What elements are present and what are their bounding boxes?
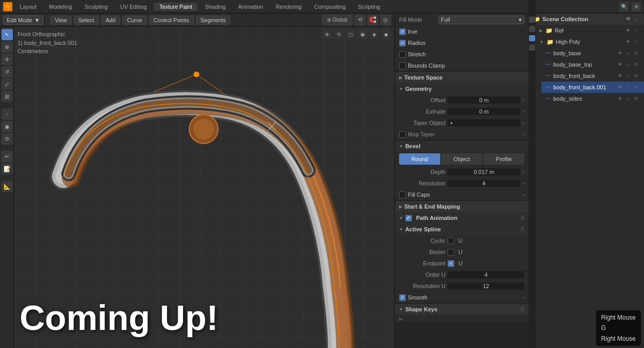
bezier-checkbox[interactable]	[448, 249, 454, 256]
bevel-header[interactable]: ▼ Bevel	[395, 140, 529, 152]
start-end-header[interactable]: ▶ Start & End Mapping	[395, 201, 529, 212]
camera-icon[interactable]: ○	[624, 72, 632, 80]
render-icon[interactable]: ↻	[633, 50, 640, 57]
bounds-clamp-checkbox[interactable]	[399, 62, 406, 69]
order-u-value[interactable]: 4	[448, 271, 524, 278]
resolution-value[interactable]: 4	[448, 180, 520, 187]
render-icon[interactable]: ↻	[633, 84, 640, 91]
mode-select[interactable]: Edit Mode ▼	[3, 15, 43, 25]
global-select[interactable]: ⊕ Global	[322, 14, 353, 26]
cursor-tool[interactable]: ⊕	[2, 41, 13, 53]
tab-compositing[interactable]: Compositing	[309, 3, 351, 11]
draw-tool[interactable]: ✏	[2, 151, 13, 162]
camera-icon[interactable]: ○	[633, 27, 640, 34]
select-tool[interactable]: ↖	[2, 29, 13, 40]
viewport-gizmo-icon[interactable]: ⟲	[334, 29, 344, 39]
scene-collection-root[interactable]: 📁 Scene Collection 👁 ○	[529, 13, 644, 25]
camera-icon[interactable]: ○	[624, 84, 632, 91]
modifier-props-icon[interactable]	[529, 44, 535, 51]
eye-icon[interactable]: 👁	[616, 84, 623, 91]
fill-deformed-checkbox[interactable]	[399, 28, 406, 35]
eye-icon[interactable]: 👁	[616, 72, 623, 80]
map-taper-checkbox[interactable]	[399, 131, 406, 138]
move-tool[interactable]: ✛	[2, 54, 13, 65]
scene-item-body-front-back[interactable]: 〰 body_front_back 👁 ○ ↻	[541, 70, 644, 82]
proportional-icon[interactable]: ◎	[380, 14, 391, 26]
camera-icon[interactable]: ○	[624, 61, 632, 68]
eye-icon[interactable]: 👁	[624, 38, 632, 45]
control-points-menu[interactable]: Control Points	[149, 15, 194, 25]
restrict-icon[interactable]: ○	[633, 15, 640, 23]
transform-icon[interactable]: ⟲	[354, 14, 366, 26]
segments-menu[interactable]: Segments	[196, 15, 231, 25]
tab-texture-paint[interactable]: Texture Paint	[154, 3, 197, 11]
scene-item-high-poly[interactable]: ▼ 📁 High Poly 👁 ○	[535, 36, 644, 48]
viewport-shading-render[interactable]: ◆	[381, 29, 391, 39]
scene-item-body-sides[interactable]: 〰 body_sides 👁 ○ ↻	[541, 93, 644, 104]
tab-scripting[interactable]: Scripting	[353, 3, 385, 11]
scene-item-body-base-top[interactable]: 〰 body_base_top 👁 ○ ↻	[541, 59, 644, 70]
viewport-shading-solid[interactable]: ◉	[357, 29, 368, 39]
tab-animation[interactable]: Animation	[233, 3, 269, 11]
bevel-round-btn[interactable]: Round	[399, 153, 440, 165]
curve-menu[interactable]: Curve	[122, 15, 146, 25]
scene-item-body-base[interactable]: 〰 body_base 👁 ○ ↻	[541, 48, 644, 59]
settings-icon[interactable]: ⚙	[632, 2, 641, 11]
tab-layout[interactable]: Layout	[14, 3, 42, 11]
scene-item-ref[interactable]: ▶ 📁 Ref 👁 ○	[535, 25, 644, 36]
render-icon[interactable]: ↻	[633, 61, 640, 68]
eye-icon[interactable]: 👁	[616, 95, 623, 102]
bevel-object-btn[interactable]: Object	[441, 153, 483, 165]
annotate-tool[interactable]: 📝	[2, 163, 13, 175]
path-anim-header[interactable]: ▼ Path Animation ⠿	[395, 212, 529, 224]
extrude-value[interactable]: 0 m	[448, 108, 520, 115]
scale-tool[interactable]: ⤢	[2, 78, 13, 90]
shape-keys-header[interactable]: ▼ Shape Keys ⠿	[395, 304, 529, 315]
fill-caps-checkbox[interactable]	[399, 192, 406, 198]
eye-icon[interactable]: 👁	[624, 27, 632, 34]
render-props-icon[interactable]	[529, 17, 535, 23]
active-spline-header[interactable]: ▼ Active Spline ⠿	[395, 224, 529, 235]
view-menu[interactable]: View	[50, 15, 72, 25]
viewport-shading-material[interactable]: ◈	[369, 29, 379, 39]
rotate-tool[interactable]: ↺	[2, 66, 13, 77]
snap-icon[interactable]: 🧲	[367, 14, 378, 26]
smooth-checkbox[interactable]	[399, 294, 406, 301]
measure-tool[interactable]: 📐	[2, 181, 13, 192]
scene-item-body-front-back-001[interactable]: 〰 body_front_back.001 👁 ○ ↻	[541, 82, 644, 93]
search-icon[interactable]: 🔍	[619, 2, 629, 11]
radius-tool[interactable]: ◉	[2, 121, 13, 132]
eye-icon[interactable]: 👁	[616, 61, 623, 68]
tab-uv-editing[interactable]: UV Editing	[115, 3, 152, 11]
radius-checkbox[interactable]	[399, 40, 406, 46]
stretch-checkbox[interactable]	[399, 51, 406, 58]
texture-space-header[interactable]: ▶ Texture Space	[395, 72, 529, 83]
tab-modeling[interactable]: Modeling	[44, 3, 77, 11]
tab-sculpting[interactable]: Sculpting	[79, 3, 113, 11]
camera-icon[interactable]: ○	[624, 50, 632, 57]
render-icon[interactable]: ↻	[633, 72, 640, 80]
add-menu[interactable]: Add	[101, 15, 121, 25]
viewport-overlay-icon[interactable]: ⊕	[322, 29, 332, 39]
tab-rendering[interactable]: Rendering	[270, 3, 307, 11]
eye-icon[interactable]: 👁	[624, 15, 632, 23]
fill-mode-select[interactable]: Full ▾	[438, 15, 524, 24]
eye-icon[interactable]: 👁	[616, 50, 623, 57]
resolution-u-value[interactable]: 12	[448, 282, 524, 290]
offset-value[interactable]: 0 m	[448, 97, 520, 104]
camera-icon[interactable]: ○	[624, 95, 632, 102]
blender-logo[interactable]: 🔶	[3, 2, 12, 11]
bevel-profile-btn[interactable]: Profile	[483, 153, 524, 165]
cyclic-checkbox[interactable]	[448, 238, 454, 244]
extrude-tool[interactable]: ↑	[2, 108, 13, 120]
active-props-icon[interactable]	[529, 35, 535, 41]
tilt-tool[interactable]: ⟳	[2, 133, 13, 145]
endpoint-checkbox[interactable]	[448, 260, 454, 267]
camera-icon[interactable]: ○	[633, 38, 640, 45]
viewport-shading-wire[interactable]: ◻	[345, 29, 356, 39]
tab-shading[interactable]: Shading	[200, 3, 230, 11]
select-menu[interactable]: Select	[74, 15, 99, 25]
path-anim-checkbox[interactable]	[405, 215, 412, 222]
transform-tool[interactable]: ⊞	[2, 91, 13, 102]
depth-value[interactable]: 0.017 m	[448, 168, 520, 176]
